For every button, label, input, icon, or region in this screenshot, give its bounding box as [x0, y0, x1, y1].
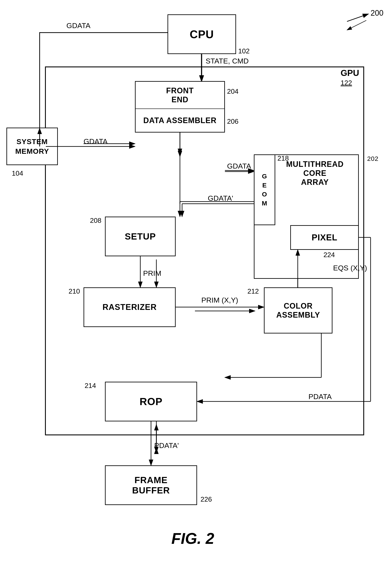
system-memory-label: SYSTEMMEMORY [15, 137, 49, 156]
ref-210: 210 [69, 287, 80, 295]
ref-208: 208 [90, 216, 101, 225]
ref-214: 214 [85, 382, 96, 390]
state-cmd-label: STATE, CMD [206, 57, 249, 65]
color-assembly-box: COLORASSEMBLY [264, 287, 332, 334]
gdata-prime-label: GDATA' [208, 194, 233, 203]
pixel-box: PIXEL [290, 225, 359, 250]
geom-box: GEOM [254, 154, 275, 225]
data-assembler-box: DATA ASSEMBLER [135, 109, 225, 132]
ref-206: 206 [227, 118, 238, 125]
ref-200: 200 [371, 9, 383, 18]
front-end-box: FRONTEND [135, 81, 225, 109]
ref-102: 102 [238, 47, 249, 55]
color-assembly-label: COLORASSEMBLY [276, 302, 320, 320]
gdata-assembler-label: GDATA [83, 137, 108, 146]
svg-line-19 [347, 14, 368, 22]
gdata-geom-label: GDATA [227, 162, 251, 170]
ref-226: 226 [200, 495, 212, 503]
ref-104: 104 [12, 169, 23, 177]
front-end-label: FRONTEND [166, 86, 194, 104]
cpu-label: CPU [190, 28, 214, 41]
multithread-label: MULTITHREADCOREARRAY [274, 160, 356, 187]
rop-box: ROP [105, 382, 197, 421]
cpu-box: CPU [167, 14, 236, 54]
pixel-label: PIXEL [312, 233, 338, 242]
gpu-label: GPU [340, 68, 359, 78]
geom-label: GEOM [262, 172, 267, 208]
frame-buffer-label: FRAMEBUFFER [132, 475, 170, 496]
gdata-top-label: GDATA [66, 22, 90, 30]
prim-label: PRIM [143, 269, 161, 278]
rop-label: ROP [139, 396, 162, 408]
pdata-label: PDATA [309, 392, 332, 401]
ref-212: 212 [248, 287, 259, 295]
setup-box: SETUP [105, 216, 176, 256]
prim-xy-label: PRIM (X,Y) [201, 296, 238, 304]
svg-line-23 [347, 20, 366, 30]
pdata-prime-label: PDATA' [154, 441, 179, 450]
rasterizer-label: RASTERIZER [103, 302, 157, 312]
eqs-xy-label: EQS (X,Y) [333, 264, 367, 272]
figure-label: FIG. 2 [139, 530, 246, 547]
gpu-ref: 122 [340, 79, 352, 87]
data-assembler-label: DATA ASSEMBLER [143, 116, 217, 125]
ref-218: 218 [277, 154, 289, 162]
frame-buffer-box: FRAMEBUFFER [105, 465, 197, 505]
ref-202: 202 [367, 155, 379, 162]
rasterizer-box: RASTERIZER [83, 287, 176, 327]
setup-label: SETUP [125, 231, 156, 242]
ref-204: 204 [227, 87, 238, 96]
diagram: GPU 122 CPU 102 SYSTEMMEMORY 104 FRONTEN… [0, 0, 392, 561]
ref-224: 224 [323, 251, 335, 259]
system-memory-box: SYSTEMMEMORY [6, 128, 58, 165]
